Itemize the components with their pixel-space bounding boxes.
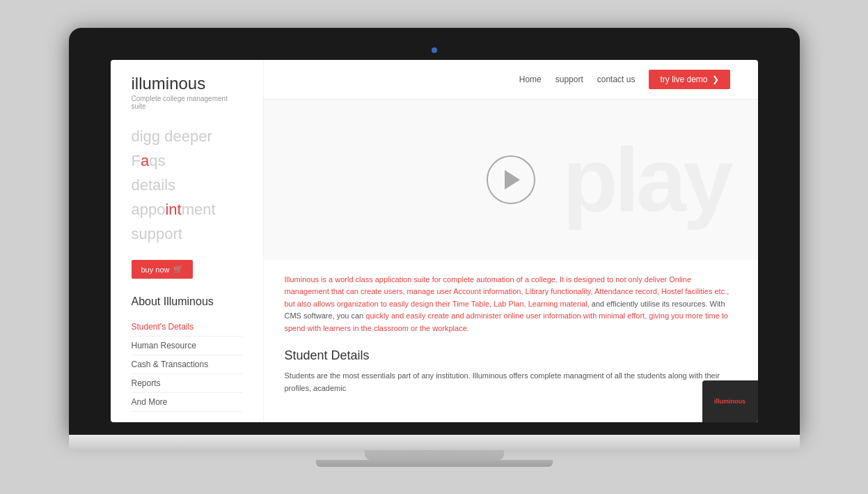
about-menu-more[interactable]: And More (132, 393, 242, 412)
video-section: play (264, 100, 758, 260)
screen-bezel: illuminous Complete college management s… (69, 28, 800, 435)
hero-link-appointment[interactable]: appointment (132, 197, 242, 222)
bottom-logo-text: illuminous (714, 398, 745, 405)
nav-contact[interactable]: contact us (597, 75, 636, 84)
top-nav: Home support contact us try live demo ❯ (264, 60, 758, 100)
laptop-screen: illuminous Complete college management s… (111, 60, 758, 422)
hero-link-support[interactable]: support (132, 222, 242, 246)
brand-tagline: Complete college management suite (132, 95, 242, 110)
play-button[interactable] (487, 155, 535, 204)
try-live-demo-label: try live demo (660, 75, 707, 84)
hero-link-faqs[interactable]: Faqs (132, 148, 242, 173)
about-paragraph: Illuminous is a world class application … (285, 274, 737, 335)
about-menu-cash[interactable]: Cash & Transactions (132, 355, 242, 374)
camera-dot (432, 47, 437, 53)
nav-home[interactable]: Home (519, 75, 542, 84)
laptop-stand (365, 450, 504, 460)
buy-now-label: buy now (141, 265, 170, 274)
play-bg-text: play (562, 128, 729, 232)
content-area: Illuminous is a world class application … (264, 260, 758, 409)
nav-support[interactable]: support (555, 75, 583, 84)
about-menu-students[interactable]: Student's Details (132, 318, 242, 337)
hero-links: digg deeper Faqs details appointment sup… (132, 124, 242, 247)
laptop-foot (316, 460, 553, 467)
play-icon (505, 170, 520, 190)
laptop-base (69, 435, 800, 450)
about-title: About Illuminous (132, 295, 242, 308)
try-live-demo-button[interactable]: try live demo ❯ (649, 70, 729, 89)
cart-icon: 🛒 (173, 265, 183, 274)
site-main: Home support contact us try live demo ❯ … (264, 60, 758, 422)
about-menu-hr[interactable]: Human Resource (132, 337, 242, 355)
hero-link-details[interactable]: details (132, 173, 242, 197)
student-section-title: Student Details (285, 348, 737, 363)
brand-name: illuminous (132, 74, 242, 93)
bottom-logo-box: illuminous (702, 380, 758, 422)
buy-now-button[interactable]: buy now 🛒 (132, 260, 194, 279)
site-sidebar: illuminous Complete college management s… (111, 60, 264, 422)
arrow-right-icon: ❯ (712, 75, 719, 84)
laptop-container: illuminous Complete college management s… (69, 28, 800, 467)
about-menu-reports[interactable]: Reports (132, 374, 242, 393)
student-section-text: Students are the most essentials part of… (285, 370, 737, 394)
hero-link-digg[interactable]: digg deeper (132, 124, 242, 148)
